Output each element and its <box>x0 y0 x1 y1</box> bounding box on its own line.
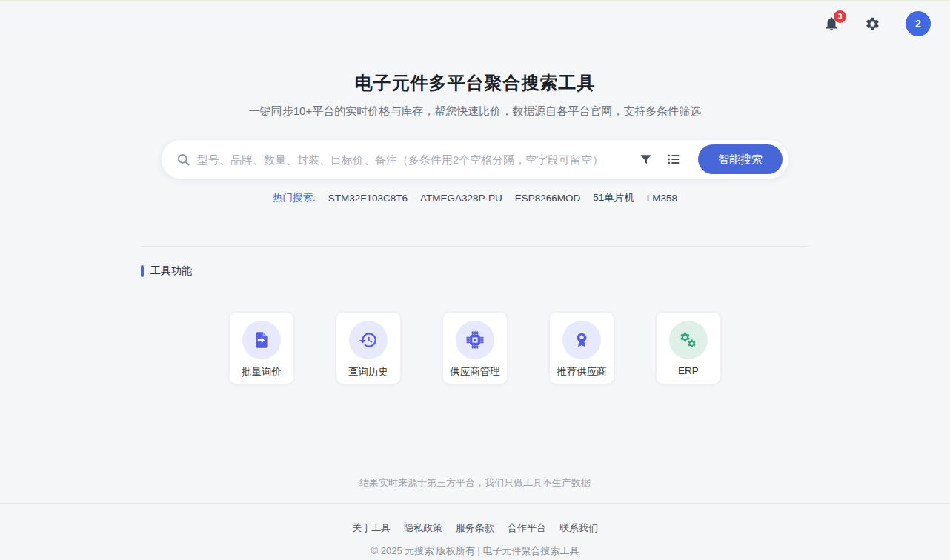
page-title: 电子元件多平台聚合搜索工具 <box>0 71 950 95</box>
icon-circle <box>456 321 494 359</box>
card-label: 批量询价 <box>242 365 282 379</box>
settings-button[interactable] <box>865 16 880 32</box>
footer-link-contact[interactable]: 联系我们 <box>559 521 598 535</box>
hot-search-item[interactable]: ESP8266MOD <box>515 193 581 204</box>
footer-link-terms[interactable]: 服务条款 <box>456 521 494 535</box>
card-label: ERP <box>678 365 699 376</box>
history-icon <box>359 330 378 350</box>
icon-circle <box>562 321 601 359</box>
filter-funnel-icon <box>639 153 653 167</box>
hot-search-item[interactable]: ATMEGA328P-PU <box>420 193 502 204</box>
card-batch-inquiry[interactable]: 批量询价 <box>229 312 294 384</box>
hot-search-row: 热门搜索: STM32F103C8T6 ATMEGA328P-PU ESP826… <box>0 191 950 204</box>
copyright-text: © 2025 元搜索 版权所有 | 电子元件聚合搜索工具 <box>0 544 950 558</box>
section-divider <box>141 246 809 247</box>
card-label: 供应商管理 <box>450 365 500 379</box>
hot-search-label: 热门搜索: <box>273 191 316 204</box>
icon-circle <box>669 321 708 359</box>
gears-icon <box>679 330 699 350</box>
award-icon <box>572 330 591 350</box>
topbar: 3 2 <box>0 1 950 39</box>
search-input[interactable] <box>197 153 631 166</box>
card-label: 查询历史 <box>348 365 388 379</box>
section-accent-bar <box>141 265 144 277</box>
card-label: 推荐供应商 <box>557 365 607 379</box>
smart-search-button[interactable]: 智能搜索 <box>698 144 783 174</box>
footer: 关于工具 隐私政策 服务条款 合作平台 联系我们 © 2025 元搜索 版权所有… <box>0 503 950 558</box>
search-bar: 智能搜索 <box>161 139 789 179</box>
tools-section-title: 工具功能 <box>150 264 192 278</box>
card-recommended-suppliers[interactable]: 推荐供应商 <box>549 312 614 384</box>
file-import-icon <box>252 330 271 350</box>
hot-search-item[interactable]: 51单片机 <box>593 191 634 204</box>
icon-circle <box>349 321 388 359</box>
list-icon <box>666 152 681 167</box>
filter-button[interactable] <box>631 145 660 173</box>
list-view-button[interactable] <box>660 145 688 173</box>
footer-link-about[interactable]: 关于工具 <box>352 521 391 535</box>
gear-icon <box>865 16 880 32</box>
card-query-history[interactable]: 查询历史 <box>336 312 401 384</box>
tools-section-header: 工具功能 <box>141 264 809 278</box>
disclaimer-text: 结果实时来源于第三方平台，我们只做工具不生产数据 <box>0 476 950 490</box>
notification-badge: 3 <box>834 10 846 23</box>
notifications-button[interactable]: 3 <box>823 16 840 32</box>
hot-search-item[interactable]: STM32F103C8T6 <box>328 193 408 204</box>
page-subtitle: 一键同步10+平台的实时价格与库存，帮您快速比价，数据源自各平台官网，支持多条件… <box>0 104 950 119</box>
hot-search-item[interactable]: LM358 <box>647 193 677 204</box>
tool-cards-row: 批量询价 查询历史 <box>0 312 950 384</box>
search-icon <box>176 153 190 167</box>
hero: 电子元件多平台聚合搜索工具 一键同步10+平台的实时价格与库存，帮您快速比价，数… <box>0 71 950 119</box>
footer-link-partners[interactable]: 合作平台 <box>508 521 546 535</box>
chip-icon <box>465 330 485 350</box>
card-erp[interactable]: ERP <box>656 312 721 384</box>
footer-link-privacy[interactable]: 隐私政策 <box>404 521 442 535</box>
footer-links: 关于工具 隐私政策 服务条款 合作平台 联系我们 <box>0 521 950 535</box>
user-avatar[interactable]: 2 <box>906 11 931 36</box>
card-supplier-management[interactable]: 供应商管理 <box>442 312 508 384</box>
icon-circle <box>242 321 281 359</box>
